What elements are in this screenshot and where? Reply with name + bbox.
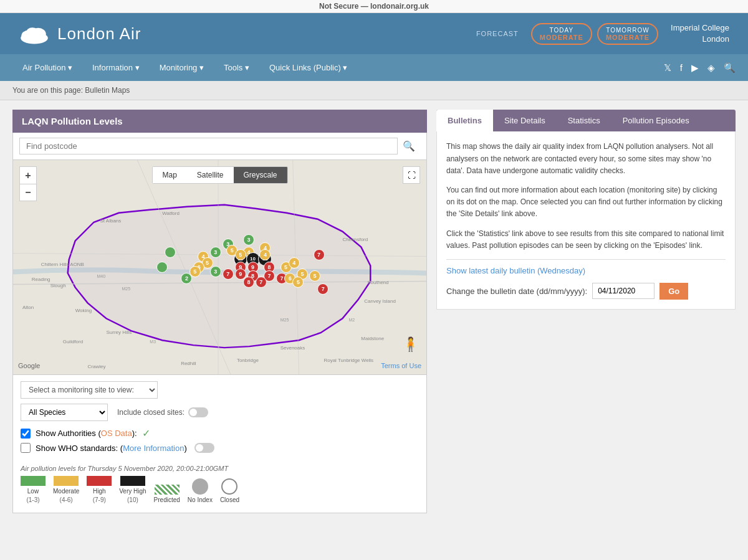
logo-area[interactable]: London Air [19, 23, 141, 45]
rss-icon[interactable]: ◈ [707, 62, 715, 74]
show-who-checkbox[interactable] [21, 443, 31, 453]
map-marker[interactable]: 4 [259, 249, 271, 260]
tomorrow-level: MODERATE [606, 34, 650, 41]
zoom-in-button[interactable]: + [19, 166, 37, 184]
map-marker[interactable]: 4 [289, 257, 300, 268]
species-row: All Species Include closed sites: [21, 404, 419, 421]
svg-text:M40: M40 [97, 275, 106, 279]
streetview-icon[interactable]: 🧍 [402, 336, 419, 353]
svg-text:Sevenoaks: Sevenoaks [280, 345, 305, 351]
map-type-buttons: Map Satellite Greyscale [151, 166, 287, 184]
nav-right: 𝕏 f ▶ ◈ 🔍 [664, 62, 736, 74]
svg-text:Southend: Southend [367, 280, 388, 286]
svg-text:Tonbridge: Tonbridge [237, 358, 259, 363]
svg-text:Surrey Hills: Surrey Hills [107, 330, 132, 336]
fullscreen-button[interactable]: ⛶ [403, 166, 420, 184]
show-who-label: Show WHO standards: (More Information) [36, 444, 187, 453]
postcode-input[interactable] [19, 138, 398, 154]
legend-low-sub: (1-3) [26, 496, 39, 503]
map-marker[interactable]: 7 [223, 268, 234, 280]
show-authorities-label: Show Authorities (OS Data): [36, 429, 137, 438]
map-type-satellite[interactable]: Satellite [187, 167, 234, 183]
google-watermark: Google [18, 362, 40, 369]
terms-link[interactable]: Terms of Use [381, 362, 421, 369]
map-marker[interactable] [156, 262, 168, 273]
search-button[interactable]: 🔍 [398, 138, 420, 154]
legend-low-label: Low [27, 488, 39, 495]
right-content: This map shows the daily air quality ind… [436, 131, 736, 310]
map-marker[interactable]: 8 [243, 277, 254, 288]
legend-no-index-color [192, 478, 208, 495]
svg-text:M2: M2 [348, 318, 355, 323]
map-marker[interactable] [165, 247, 176, 258]
zoom-out-button[interactable]: − [19, 184, 37, 201]
map-type-greyscale[interactable]: Greyscale [234, 167, 287, 183]
legend-predicted: Predicted [154, 485, 180, 503]
monitoring-site-select[interactable]: Select a monitoring site to view: [21, 381, 158, 399]
breadcrumb: You are on this page: Bulletin Maps [0, 81, 748, 100]
map-marker[interactable]: 5 [189, 266, 201, 277]
nav-quick-links[interactable]: Quick Links (Public) ▾ [259, 54, 357, 81]
nav-air-pollution[interactable]: Air Pollution ▾ [12, 54, 82, 81]
map-marker[interactable]: 5 [309, 270, 320, 282]
tab-bulletins[interactable]: Bulletins [436, 110, 493, 131]
nav-left: Air Pollution ▾ Information ▾ Monitoring… [12, 54, 357, 81]
legend-moderate-label: Moderate [53, 488, 79, 495]
map-marker[interactable]: 5 [292, 277, 304, 288]
map-type-map[interactable]: Map [152, 167, 186, 183]
show-authorities-checkbox[interactable] [21, 429, 31, 439]
legend-moderate: Moderate (4-6) [53, 476, 79, 503]
map-marker[interactable]: 3 [210, 266, 221, 277]
legend-moderate-sub: (4-6) [60, 496, 73, 503]
map-marker[interactable]: 7 [314, 249, 325, 260]
today-day: TODAY [540, 27, 583, 34]
date-input[interactable] [592, 283, 654, 299]
os-data-link[interactable]: OS Data [101, 429, 132, 438]
svg-text:Royal Tunbridge Wells: Royal Tunbridge Wells [324, 358, 374, 363]
show-bulletin-link[interactable]: Show latest daily bulletin (Wednesday) [446, 266, 726, 275]
facebook-icon[interactable]: f [680, 62, 683, 73]
more-info-link[interactable]: More Information [123, 444, 184, 453]
map-marker[interactable]: 7 [317, 283, 328, 295]
legend-closed: Closed [220, 478, 239, 503]
site-title: London Air [57, 24, 141, 44]
legend-very-high: Very High (10) [119, 476, 146, 503]
tab-pollution-episodes[interactable]: Pollution Episodes [611, 110, 701, 131]
nav-information[interactable]: Information ▾ [82, 54, 150, 81]
legend-very-high-sub: (10) [127, 496, 138, 503]
include-closed-label: Include closed sites: [117, 408, 185, 417]
tab-statistics[interactable]: Statistics [557, 110, 611, 131]
legend-predicted-label: Predicted [154, 496, 180, 503]
who-toggle[interactable] [194, 443, 214, 453]
svg-text:Guildford: Guildford [63, 339, 83, 345]
nav-tools[interactable]: Tools ▾ [214, 54, 259, 81]
search-icon[interactable]: 🔍 [724, 62, 736, 74]
youtube-icon[interactable]: ▶ [691, 62, 699, 74]
include-closed-toggle[interactable] [188, 407, 208, 417]
legend-very-high-color [120, 476, 145, 486]
left-panel: LAQN Pollution Levels 🔍 Map Satellite Gr… [12, 110, 427, 513]
go-button[interactable]: Go [659, 283, 688, 300]
legend-items: Low (1-3) Moderate (4-6) High (7-9) [21, 476, 419, 503]
map-marker[interactable]: 3 [243, 234, 254, 245]
svg-text:Alton: Alton [22, 305, 34, 311]
twitter-icon[interactable]: 𝕏 [664, 62, 671, 74]
svg-text:M25: M25 [122, 287, 130, 292]
show-authorities-row: Show Authorities (OS Data): ✓ [21, 427, 419, 439]
svg-text:Chelmsford: Chelmsford [342, 237, 368, 242]
domain-text: londonair.org.uk [370, 2, 429, 11]
legend-closed-color [221, 478, 237, 495]
header-right: FORECAST TODAY MODERATE TOMORROW MODERAT… [476, 22, 729, 45]
not-secure-bar: Not Secure — londonair.org.uk [0, 0, 748, 13]
svg-point-3 [26, 27, 39, 37]
map-marker[interactable]: 7 [256, 277, 267, 288]
description-2: You can find out more information about … [446, 184, 726, 221]
species-select[interactable]: All Species [21, 404, 108, 421]
tab-site-details[interactable]: Site Details [493, 110, 557, 131]
nav-monitoring[interactable]: Monitoring ▾ [150, 54, 214, 81]
main-nav: Air Pollution ▾ Information ▾ Monitoring… [0, 54, 748, 81]
svg-text:Slough: Slough [50, 283, 66, 289]
map-marker[interactable]: 5 [235, 249, 246, 260]
cloud-icon [19, 23, 50, 45]
map-marker[interactable]: 3 [210, 247, 221, 258]
